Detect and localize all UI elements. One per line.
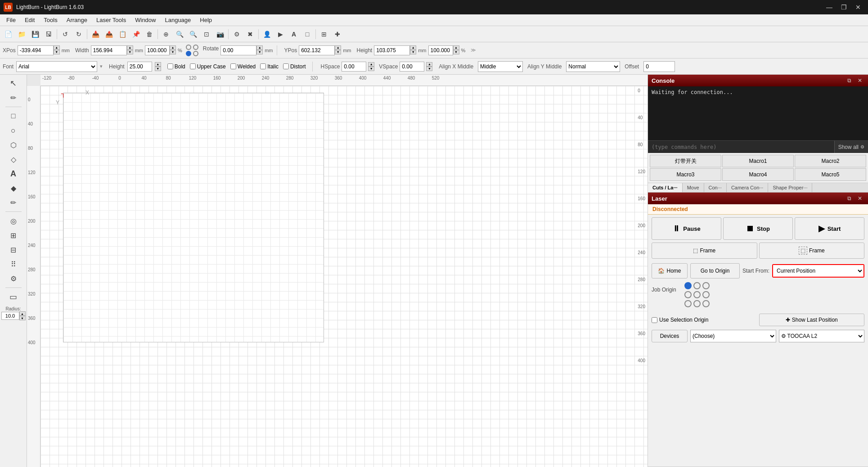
ypos-up[interactable]: ▲ <box>335 45 341 50</box>
show-last-btn[interactable]: ✚ Show Last Position <box>759 314 865 326</box>
plus-button[interactable]: ✚ <box>331 28 344 40</box>
zoom-fit-button[interactable]: ⊡ <box>200 28 213 40</box>
vspace-spinner[interactable]: ▲ ▼ <box>426 62 432 71</box>
save-button[interactable]: 💾 <box>29 28 41 40</box>
settings-button[interactable]: ⚙ <box>230 28 243 40</box>
font-height-input[interactable] <box>127 62 152 72</box>
stop-button[interactable]: ⏹ Stop <box>723 217 793 240</box>
console-float-btn[interactable]: ⧉ <box>845 76 854 85</box>
start-from-select[interactable]: Current Position User Origin Absolute Co… <box>773 265 864 277</box>
height-input[interactable] <box>374 45 410 55</box>
origin-dot-mid-right[interactable] <box>702 291 710 298</box>
target-tool[interactable]: ◎ <box>5 214 22 228</box>
vspace-up[interactable]: ▲ <box>426 62 432 67</box>
home-button[interactable]: 🏠 Home <box>652 263 688 278</box>
text-button[interactable]: A <box>288 28 300 40</box>
font-height-up[interactable]: ▲ <box>155 62 161 67</box>
menu-window[interactable]: Window <box>130 14 160 26</box>
menu-file[interactable]: File <box>2 14 20 26</box>
tab-cuts[interactable]: Cuts / La··· <box>648 183 683 192</box>
origin-dot-top-left[interactable] <box>684 282 692 289</box>
radio-4[interactable] <box>193 51 198 56</box>
menu-arrange[interactable]: Arrange <box>62 14 92 26</box>
new-button[interactable]: 📄 <box>2 28 14 40</box>
macro-3-btn[interactable]: Macro3 <box>650 168 721 181</box>
distort-checkbox[interactable] <box>283 63 289 69</box>
origin-dot-bot-mid[interactable] <box>693 300 701 307</box>
width-pct-input[interactable] <box>145 45 170 55</box>
use-selection-label[interactable]: Use Selection Origin <box>652 317 756 323</box>
zoom-out-button[interactable]: 🔍 <box>187 28 199 40</box>
hspace-down[interactable]: ▼ <box>368 67 374 71</box>
ypos-input[interactable] <box>299 45 335 55</box>
tab-camera[interactable]: Camera Con··· <box>727 183 769 192</box>
width-pct-spinner[interactable]: ▲ ▼ <box>170 45 176 55</box>
font-select[interactable]: Arial <box>16 61 97 72</box>
radius-spinner[interactable]: ▲ ▼ <box>19 311 26 320</box>
width-input[interactable] <box>91 45 127 55</box>
edit-nodes-tool[interactable]: ✏ <box>5 91 22 104</box>
menu-tools[interactable]: Tools <box>39 14 62 26</box>
user-button[interactable]: 👤 <box>261 28 273 40</box>
macro-4-btn[interactable]: Macro4 <box>722 168 794 181</box>
menu-language[interactable]: Language <box>160 14 195 26</box>
select-tool[interactable]: ↖ <box>5 76 22 90</box>
macro-1-btn[interactable]: Macro1 <box>722 155 794 167</box>
font-height-down[interactable]: ▼ <box>155 67 161 71</box>
rectangle-tool[interactable]: □ <box>5 109 22 123</box>
offset-input[interactable] <box>643 61 675 72</box>
position-tool[interactable]: ◆ <box>5 181 22 195</box>
origin-dot-bot-right[interactable] <box>702 300 710 307</box>
undo-button[interactable]: ↺ <box>59 28 72 40</box>
rotate-up[interactable]: ▲ <box>256 45 263 50</box>
radio-2[interactable] <box>193 45 198 50</box>
import-button[interactable]: 📥 <box>89 28 102 40</box>
start-button[interactable]: ▶ Start <box>795 217 864 240</box>
rotate-spinner[interactable]: ▲ ▼ <box>256 45 263 55</box>
hspace-spinner[interactable]: ▲ ▼ <box>368 62 374 71</box>
macro-5-btn[interactable]: Macro5 <box>795 168 866 181</box>
restore-button[interactable]: ❐ <box>837 2 850 13</box>
copy-button[interactable]: 📋 <box>116 28 129 40</box>
frame-btn-2[interactable]: ⬚ Frame <box>759 242 865 259</box>
frame-btn-1[interactable]: ⬚ Frame <box>652 242 757 259</box>
radius-down[interactable]: ▼ <box>19 316 26 320</box>
ypos-down[interactable]: ▼ <box>335 50 341 54</box>
console-close-btn[interactable]: ✕ <box>855 76 864 85</box>
width-up[interactable]: ▲ <box>127 45 133 50</box>
laser-close-btn[interactable]: ✕ <box>855 194 864 202</box>
menu-laser-tools[interactable]: Laser Tools <box>92 14 130 26</box>
canvas-grid[interactable]: ┐ X Y <box>40 86 648 467</box>
width-spinner[interactable]: ▲ ▼ <box>127 45 133 55</box>
menu-edit[interactable]: Edit <box>20 14 39 26</box>
minimize-button[interactable]: — <box>823 2 836 13</box>
go-origin-button[interactable]: Go to Origin <box>690 263 740 278</box>
height-down[interactable]: ▼ <box>410 50 416 54</box>
add-button[interactable]: ⊕ <box>160 28 172 40</box>
pause-button[interactable]: ⏸ Pause <box>652 217 721 240</box>
export-button[interactable]: 📤 <box>103 28 115 40</box>
rounded-rect-tool[interactable]: ▭ <box>5 290 22 304</box>
italic-label[interactable]: Italic <box>260 63 279 70</box>
distort-label[interactable]: Distort <box>283 63 306 70</box>
italic-checkbox[interactable] <box>260 63 266 69</box>
tab-move[interactable]: Move <box>683 183 704 192</box>
height-spinner[interactable]: ▲ ▼ <box>410 45 416 55</box>
tab-con[interactable]: Con··· <box>704 183 727 192</box>
height-pct-input[interactable] <box>428 45 453 55</box>
play-button[interactable]: ▶ <box>274 28 287 40</box>
origin-dot-top-mid[interactable] <box>693 282 701 289</box>
hspace-up[interactable]: ▲ <box>368 62 374 67</box>
upper-case-label[interactable]: Upper Case <box>190 63 226 70</box>
canvas-area[interactable]: -120 -80 -40 0 40 80 120 160 200 240 280… <box>27 75 648 467</box>
radius-input[interactable] <box>1 312 19 320</box>
radio-3[interactable] <box>186 51 191 56</box>
bold-checkbox[interactable] <box>167 63 173 69</box>
devices-button[interactable]: Devices <box>652 330 688 342</box>
height-pct-spinner[interactable]: ▲ ▼ <box>453 45 459 55</box>
open-button[interactable]: 📁 <box>15 28 28 40</box>
text-tool[interactable]: A <box>5 167 22 180</box>
menu-help[interactable]: Help <box>195 14 216 26</box>
xpos-down[interactable]: ▼ <box>54 50 60 54</box>
width-pct-down[interactable]: ▼ <box>170 50 176 54</box>
